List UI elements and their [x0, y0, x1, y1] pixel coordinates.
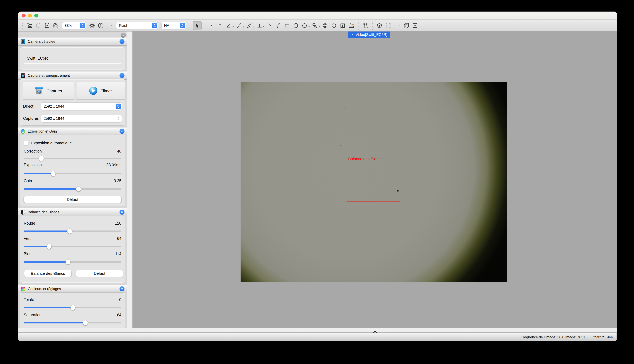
polygon-tool-button[interactable] [330, 21, 338, 30]
toolbar-divider [395, 21, 395, 30]
hue-slider[interactable] [24, 305, 121, 310]
auto-exposure-checkbox[interactable] [24, 141, 28, 145]
open-folder-button[interactable] [25, 21, 34, 30]
panel-header-couleurs[interactable]: Couleurs et réglages « [18, 285, 127, 293]
chevron-down-icon[interactable]: ∨ [318, 25, 320, 28]
chevron-down-icon[interactable]: ∨ [232, 25, 234, 28]
close-window-button[interactable] [22, 14, 26, 17]
exposure-gain-icon [20, 129, 25, 134]
quick-capture-button[interactable] [43, 21, 52, 30]
stepper-icon [180, 22, 185, 28]
capture-resolution-select[interactable]: 2592 x 1944 [41, 115, 122, 122]
measure-settings-button[interactable] [361, 21, 370, 30]
perpendicular-icon [256, 22, 262, 28]
arrow-tool-button[interactable] [216, 21, 224, 30]
sidebar-collapse-button[interactable]: « [121, 33, 126, 38]
settings-button[interactable] [88, 21, 96, 30]
video-frame[interactable]: Balance des Blancs [240, 82, 507, 282]
chevron-down-icon[interactable]: ∨ [252, 25, 254, 28]
chevron-down-icon[interactable]: ∨ [263, 25, 265, 28]
layers-button[interactable] [375, 21, 384, 30]
info-button[interactable] [96, 21, 105, 30]
concentric-circles-tool-button[interactable] [321, 21, 330, 30]
zoom-window-button[interactable] [34, 14, 38, 17]
line-icon [236, 22, 242, 28]
wb-default-button[interactable]: Défaut [76, 270, 123, 277]
chevron-down-icon[interactable]: ∨ [242, 25, 244, 28]
copy-button[interactable] [402, 21, 410, 30]
direct-resolution-value: 2592 x 1944 [41, 104, 116, 108]
zoom-select[interactable]: 33% [62, 22, 86, 29]
panel-header-exposition[interactable]: Exposition et Gain « [18, 127, 127, 135]
stepper-icon [116, 104, 121, 109]
panel-collapse-button[interactable]: « [120, 73, 124, 78]
line-tool-button[interactable] [235, 21, 243, 30]
capture-button[interactable]: Capturer [23, 82, 74, 100]
unit-select[interactable]: Pixel [116, 22, 158, 29]
csv-export-icon: CSV [385, 22, 392, 29]
chevron-down-icon[interactable]: ∨ [308, 25, 310, 28]
rectangle-tool-button[interactable] [283, 21, 292, 30]
exposure-default-button[interactable]: Défaut [24, 196, 121, 203]
point-tool-button[interactable] [207, 21, 216, 30]
linked-circles-tool-button[interactable] [310, 21, 319, 30]
blue-slider[interactable] [24, 260, 121, 264]
angle-icon [226, 22, 232, 28]
video-canvas: × Vidéo[Swift_EC5R] Balance des Blancs [133, 32, 617, 328]
camera-list-item[interactable]: Swift_EC5R [24, 53, 121, 64]
ellipse-tool-button[interactable] [292, 21, 300, 30]
capture-card: Capturer Filmer Direct: 2592 x 1944 [20, 79, 125, 126]
save-icon [35, 22, 42, 29]
sidebar-scrollbar[interactable] [127, 32, 132, 328]
close-tab-icon[interactable]: × [351, 33, 353, 36]
toolbar-drag-handle [22, 22, 24, 29]
main-toolbar: 33% Pixel NA [18, 20, 617, 32]
camera-detected-icon [20, 39, 25, 44]
minimize-window-button[interactable] [28, 14, 32, 17]
exposure-slider[interactable] [24, 171, 121, 176]
panel-header-camera-detectee[interactable]: Caméra détectée « [18, 38, 127, 46]
white-balance-roi[interactable] [347, 162, 400, 202]
arc-icon [266, 22, 273, 28]
record-button[interactable]: Filmer [76, 82, 125, 100]
panel-header-balance[interactable]: Balance des Blancs « [18, 208, 127, 216]
angle-tool-button[interactable] [224, 21, 233, 30]
blue-label: Bleu [24, 252, 32, 257]
rectangle-icon [284, 22, 290, 28]
saturation-slider[interactable] [24, 320, 121, 325]
na-select[interactable]: NA [162, 22, 186, 29]
red-slider[interactable] [24, 229, 121, 234]
timed-capture-button[interactable] [52, 21, 60, 30]
curve-tool-button[interactable] [274, 21, 283, 30]
white-balance-icon [20, 210, 25, 214]
parallel-lines-icon [246, 22, 252, 28]
panel-collapse-button[interactable]: « [120, 129, 124, 134]
scalebar-tool-button[interactable]: 10um [347, 21, 356, 30]
perpendicular-tool-button[interactable] [255, 21, 264, 30]
pointer-tool-button[interactable] [193, 21, 202, 30]
circle-tool-button[interactable] [300, 21, 309, 30]
arc-tool-button[interactable] [265, 21, 274, 30]
svg-text:CSV: CSV [386, 24, 390, 27]
flatten-button[interactable] [410, 21, 419, 30]
white-balance-button[interactable]: Balance des Blancs [24, 270, 72, 277]
gain-slider[interactable] [24, 186, 121, 192]
exposure-value: 33.09ms [106, 163, 121, 168]
panel-collapse-button[interactable]: « [120, 210, 124, 214]
tab-video-swift-ec5r[interactable]: × Vidéo[Swift_EC5R] [348, 32, 390, 38]
green-value: 64 [117, 236, 121, 242]
panel-collapse-button[interactable]: « [120, 286, 124, 291]
panel-header-capture[interactable]: Capture et Enregistrement « [18, 72, 127, 80]
text-tool-button[interactable] [338, 21, 347, 30]
hue-label: Teinte [24, 298, 34, 303]
bottom-collapse-strip[interactable] [18, 328, 617, 332]
tab-label: Vidéo[Swift_EC5R] [356, 32, 387, 37]
parallel-lines-tool-button[interactable] [245, 21, 254, 30]
direct-resolution-select[interactable]: 2592 x 1944 [41, 102, 122, 110]
panel-collapse-button[interactable]: « [120, 39, 124, 44]
correction-slider[interactable] [24, 156, 121, 161]
toolbar-drag-handle [111, 22, 113, 29]
direct-label: Direct: [23, 104, 34, 108]
green-slider[interactable] [24, 244, 121, 249]
stepper-icon [152, 22, 157, 28]
